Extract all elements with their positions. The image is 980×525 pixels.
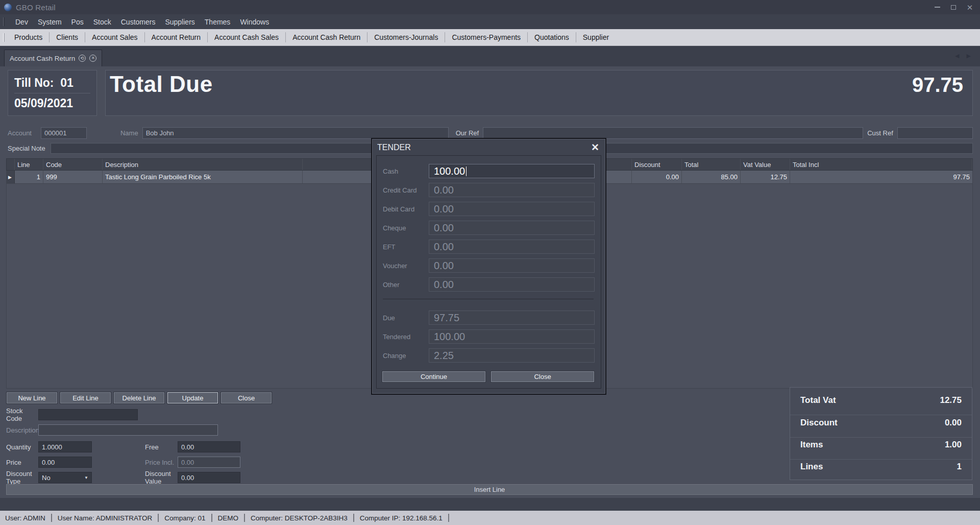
stock-code-input[interactable] [38,409,138,420]
credit-card-input[interactable]: 0.00 [429,183,595,197]
tab-account-cash-sales[interactable]: Account Cash Sales [208,29,285,45]
menu-themes[interactable]: Themes [200,16,235,28]
menu-dev[interactable]: Dev [11,16,33,28]
grid-header-line[interactable]: Line [15,159,43,170]
lines-row: Lines 1 [790,459,972,474]
edit-line-button[interactable]: Edit Line [60,392,111,404]
menu-windows[interactable]: Windows [235,16,274,28]
status-separator [211,514,212,522]
discount-label: Discount [800,418,838,428]
grid-header-vat-value[interactable]: Vat Value [741,159,790,170]
menu-customers[interactable]: Customers [116,16,160,28]
continue-button[interactable]: Continue [382,371,486,383]
tab-scroll-left-icon[interactable]: ◀ [955,53,959,59]
quantity-input[interactable]: 1.0000 [38,441,92,452]
document-tab-strip: Account Cash Return ⟲ ✕ ◀ ▶ [0,46,980,66]
total-vat-label: Total Vat [800,395,836,405]
debit-card-input[interactable]: 0.00 [429,202,595,216]
tab-close-icon[interactable]: ✕ [89,55,96,62]
title-bar: GBO Retail ✕ [0,0,980,14]
tab-account-return[interactable]: Account Return [145,29,208,45]
grid-header-total[interactable]: Total [682,159,741,170]
grid-header-description[interactable]: Description [103,159,303,170]
other-input[interactable]: 0.00 [429,277,595,292]
menu-system[interactable]: System [33,16,66,28]
pin-icon[interactable]: ⟲ [79,55,86,62]
account-input[interactable]: 000001 [41,127,87,139]
close-button[interactable]: ✕ [966,4,974,11]
name-input[interactable]: Bob John [142,127,449,139]
eft-input[interactable]: 0.00 [429,240,595,254]
status-computer-ip: Computer IP: 192.168.56.1 [360,514,443,522]
till-panel: Till No: 01 05/09/2021 [8,70,97,116]
tab-clients[interactable]: Clients [50,29,85,45]
due-input: 97.75 [429,311,595,325]
cell-code: 999 [43,171,103,183]
cheque-input[interactable]: 0.00 [429,221,595,235]
close-line-button[interactable]: Close [220,392,272,404]
cell-discount: 0.00 [632,171,682,183]
status-bar: User: ADMIN User Name: ADMINISTRATOR Com… [0,511,980,525]
grid-header-code[interactable]: Code [43,159,103,170]
special-note-label: Special Note [8,145,45,152]
tender-close-icon[interactable]: ✕ [591,142,599,152]
free-input[interactable]: 0.00 [178,441,240,452]
tender-dialog-titlebar[interactable]: TENDER ✕ [372,139,605,154]
cust-ref-input[interactable] [897,127,973,139]
delete-line-button[interactable]: Delete Line [113,392,165,404]
menu-grip [3,17,5,26]
update-button[interactable]: Update [167,392,218,404]
restore-button[interactable] [949,4,958,11]
minimize-button[interactable] [933,4,941,11]
grid-header-discount[interactable]: Discount [632,159,682,170]
total-vat-value: 12.75 [940,395,962,405]
discount-value-label: Discount Value [145,470,178,485]
row-marker-icon: ▶ [7,171,15,183]
close-icon: ✕ [967,4,973,11]
till-number: Till No: 01 [14,76,90,90]
tab-customers-payments[interactable]: Customers-Payments [445,29,527,45]
price-incl-input[interactable]: 0.00 [178,457,240,468]
tender-dialog: TENDER ✕ Cash 100.00 Credit Card 0.00 De… [371,138,606,395]
tab-account-cash-return[interactable]: Account Cash Return [286,29,367,45]
tab-quotations[interactable]: Quotations [528,29,576,45]
cell-total-incl: 97.75 [790,171,972,183]
other-label: Other [382,281,429,289]
app-logo-icon [4,4,12,11]
price-input[interactable]: 0.00 [38,457,92,468]
change-input: 2.25 [429,348,595,363]
discount-type-select[interactable]: No ▼ [38,472,92,483]
voucher-label: Voucher [382,262,429,270]
description-input[interactable] [38,424,218,436]
restore-icon [951,5,956,10]
document-tab-account-cash-return[interactable]: Account Cash Return ⟲ ✕ [4,50,102,66]
our-ref-input[interactable] [483,127,863,139]
tab-customers-journals[interactable]: Customers-Journals [368,29,445,45]
tab-scroll-right-icon[interactable]: ▶ [967,53,971,59]
cell-line: 1 [15,171,43,183]
menu-suppliers[interactable]: Suppliers [160,16,199,28]
menu-stock[interactable]: Stock [89,16,116,28]
grid-header-total-incl[interactable]: Total Incl [790,159,972,170]
tab-account-sales[interactable]: Account Sales [85,29,144,45]
minimize-icon [935,7,940,8]
eft-label: EFT [382,243,429,251]
discount-value-input[interactable]: 0.00 [178,472,240,483]
discount-type-value: No [42,474,51,482]
cash-input[interactable]: 100.00 [429,164,595,178]
status-separator [244,514,245,522]
document-tab-label: Account Cash Return [10,55,75,62]
stock-code-label: Stock Code [6,407,38,422]
status-company-name: DEMO [218,514,239,522]
status-separator [158,514,159,522]
tender-close-button[interactable]: Close [491,371,595,383]
tab-products[interactable]: Products [8,29,49,45]
menu-pos[interactable]: Pos [67,16,88,28]
tab-supplier[interactable]: Supplier [576,29,616,45]
voucher-input[interactable]: 0.00 [429,258,595,273]
totals-panel: Total Vat 12.75 Discount 0.00 Items 1.00… [790,387,972,480]
lines-value: 1 [957,462,962,472]
insert-line-button[interactable]: Insert Line [6,484,973,495]
change-label: Change [382,352,429,360]
new-line-button[interactable]: New Line [6,392,58,404]
